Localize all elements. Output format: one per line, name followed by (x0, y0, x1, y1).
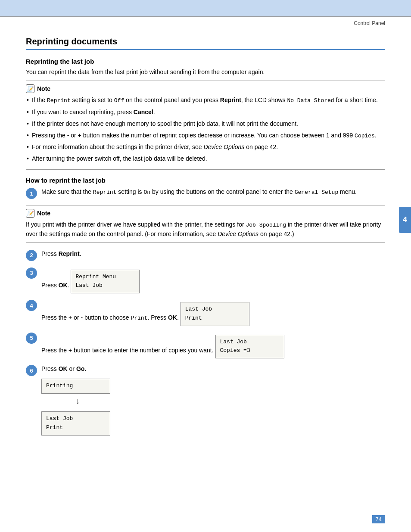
lcd-box-1: Reprint Menu Last Job (71, 270, 140, 294)
intro-text: You can reprint the data from the last p… (26, 68, 385, 75)
code-off: Off (114, 97, 124, 104)
step-num-4: 4 (26, 300, 37, 311)
note-header-2: 📝 Note (26, 209, 385, 218)
step-num-6: 6 (26, 365, 37, 376)
lcd-box-2: Last Job Print (181, 302, 249, 326)
step-4-content: Press the + or - button to choose Print.… (41, 299, 385, 326)
step-5: 5 Press the + button twice to enter the … (26, 332, 385, 359)
note-item-4: Pressing the - or + button makes the num… (26, 131, 385, 140)
note-icon-2: 📝 (26, 209, 34, 218)
top-bar (0, 0, 411, 16)
main-content: Reprinting documents Reprinting the last… (0, 28, 411, 459)
page-label: Control Panel (0, 17, 411, 28)
section1-heading: Reprinting the last job (26, 58, 385, 65)
step-1: 1 Make sure that the Reprint setting is … (26, 187, 385, 199)
step-6: 6 Press OK or Go. Printing ↓ Last Job Pr… (26, 364, 385, 435)
step-num-2: 2 (26, 250, 37, 261)
step-2: 2 Press Reprint. (26, 249, 385, 261)
page-title: Reprinting documents (26, 37, 385, 47)
code-copies: Copies (355, 133, 375, 139)
lcd-line-6: Copies =3 (220, 347, 250, 354)
note-icon-1: 📝 (26, 84, 34, 93)
lcd-line-2: Last Job (75, 282, 102, 289)
note-header-1: 📝 Note (26, 84, 385, 93)
page-number-area: 74 (372, 515, 385, 523)
lcd-box-4: Printing (41, 379, 110, 394)
page-number-box: 74 (372, 515, 385, 523)
step-num-1: 1 (26, 188, 37, 199)
lcd-line-8: Last Job (46, 415, 73, 422)
note-item-6: After turning the power switch off, the … (26, 154, 385, 163)
note-item-1: If the Reprint setting is set to Off on … (26, 96, 385, 105)
step-2-content: Press Reprint. (41, 249, 385, 258)
lcd-line-4: Print (185, 315, 202, 321)
step-num-5: 5 (26, 333, 37, 344)
note-list-1: If the Reprint setting is set to Off on … (26, 96, 385, 163)
code-job-spooling: Job Spooling (246, 222, 286, 228)
note-box-2: 📝 Note If you print with the printer dri… (26, 205, 385, 243)
step-3: 3 Press OK. Reprint Menu Last Job (26, 267, 385, 294)
code-reprint: Reprint (47, 97, 71, 104)
chapter-tab: 4 (399, 207, 411, 233)
code-no-data: No Data Stored (287, 97, 334, 104)
note-box-1: 📝 Note If the Reprint setting is set to … (26, 81, 385, 170)
note-item-3: If the printer does not have enough memo… (26, 119, 385, 128)
section2-heading: How to reprint the last job (26, 177, 385, 184)
code-reprint-setting: Reprint (93, 189, 117, 196)
code-general-setup: General Setup (295, 189, 338, 196)
lcd-line-5: Last Job (220, 339, 247, 345)
note-label-2: Note (37, 210, 50, 217)
code-on: On (143, 189, 150, 196)
lcd-line-7: Printing (46, 383, 73, 389)
lcd-line-9: Print (46, 424, 63, 431)
step-5-text: Press the + button twice to enter the nu… (41, 346, 214, 353)
lcd-line-3: Last Job (185, 306, 212, 312)
lcd-box-3: Last Job Copies =3 (215, 335, 284, 359)
lcd-line-1: Reprint Menu (75, 274, 116, 280)
note-item-5: For more information about the settings … (26, 143, 385, 152)
code-print: Print (131, 315, 147, 321)
note-item-2: If you want to cancel reprinting, press … (26, 108, 385, 117)
tab-number: 4 (403, 215, 407, 224)
note-para-2: If you print with the printer driver we … (26, 220, 385, 239)
step-num-3: 3 (26, 268, 37, 279)
step-3-content: Press OK. Reprint Menu Last Job (41, 267, 385, 294)
step-1-content: Make sure that the Reprint setting is On… (41, 187, 385, 197)
note-label-1: Note (37, 85, 50, 92)
arrow-down-icon: ↓ (76, 397, 80, 405)
step-6-content: Press OK or Go. Printing ↓ Last Job Prin… (41, 364, 385, 435)
step-5-content: Press the + button twice to enter the nu… (41, 332, 385, 359)
title-rule (26, 49, 385, 50)
step-4: 4 Press the + or - button to choose Prin… (26, 299, 385, 326)
lcd-box-5: Last Job Print (41, 411, 110, 436)
section-label: Control Panel (354, 20, 385, 26)
